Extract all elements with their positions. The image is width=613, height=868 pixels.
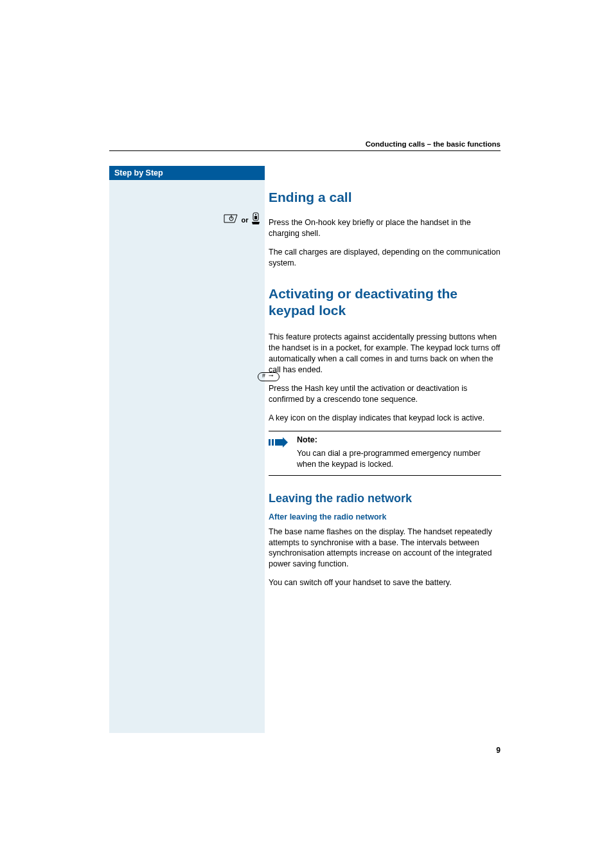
- running-header: Conducting calls – the basic functions: [109, 140, 501, 151]
- subheading-after-leaving: After leaving the radio network: [269, 512, 501, 521]
- aside-onhook-or-cradle: or: [212, 212, 260, 228]
- body-text: The base name flashes on the display. Th…: [269, 527, 501, 570]
- body-text: This feature protects against accidental…: [269, 332, 501, 375]
- heading-keypad-lock: Activating or deactivating the keypad lo…: [269, 285, 501, 320]
- note-text: You can dial a pre-programmed emergency …: [297, 448, 501, 470]
- step-sidebar-title: Step by Step: [109, 166, 265, 180]
- note-box: Note: You can dial a pre-programmed emer…: [269, 431, 501, 476]
- body-text: You can switch off your handset to save …: [269, 577, 501, 588]
- or-label: or: [242, 216, 249, 224]
- svg-rect-5: [269, 439, 271, 446]
- heading-leaving-radio: Leaving the radio network: [269, 491, 501, 506]
- body-text: A key icon on the display indicates that…: [269, 413, 501, 424]
- manual-page: Conducting calls – the basic functions S…: [0, 0, 613, 868]
- body-text: The call charges are displayed, dependin…: [269, 247, 501, 269]
- heading-ending-call: Ending a call: [269, 189, 501, 206]
- main-content: Ending a call Press the On-hook key brie…: [269, 189, 501, 596]
- svg-rect-4: [254, 216, 257, 219]
- onhook-key-icon: [223, 213, 238, 226]
- body-text: Press the Hash key until the activation …: [269, 383, 501, 405]
- body-text: Press the On-hook key briefly or place t…: [269, 217, 501, 239]
- note-label: Note:: [297, 435, 501, 444]
- note-arrow-icon: [269, 435, 297, 470]
- charging-cradle-icon: [251, 212, 260, 228]
- page-number: 9: [496, 746, 501, 755]
- step-sidebar: [109, 166, 265, 733]
- svg-rect-6: [272, 439, 274, 446]
- svg-point-3: [255, 214, 256, 215]
